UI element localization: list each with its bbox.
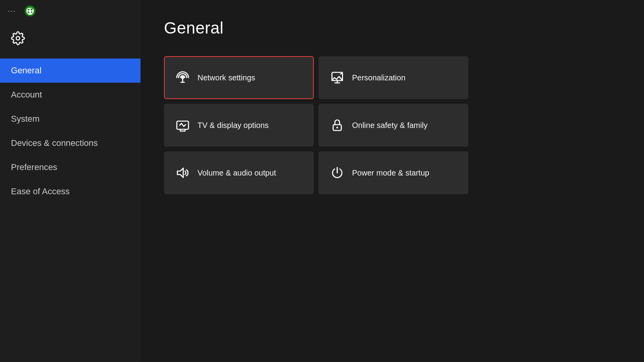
sidebar-item-account[interactable]: Account xyxy=(0,83,141,107)
sidebar: ··· General Account System D xyxy=(0,0,141,362)
lock-icon xyxy=(330,118,344,132)
network-settings-card[interactable]: Network settings xyxy=(164,56,314,99)
online-safety-label: Online safety & family xyxy=(352,121,427,130)
svg-point-2 xyxy=(16,37,20,40)
svg-line-15 xyxy=(184,125,186,127)
settings-gear-icon[interactable] xyxy=(9,30,27,47)
sidebar-item-devices[interactable]: Devices & connections xyxy=(0,131,141,155)
personalization-label: Personalization xyxy=(352,73,406,82)
svg-point-17 xyxy=(336,127,338,129)
sidebar-item-system[interactable]: System xyxy=(0,107,141,131)
tv-display-label: TV & display options xyxy=(197,121,269,130)
svg-marker-18 xyxy=(178,168,183,177)
network-icon xyxy=(176,71,190,85)
volume-icon xyxy=(176,166,190,180)
power-mode-label: Power mode & startup xyxy=(352,169,429,177)
main-content: General Network settings xyxy=(141,0,644,362)
xbox-logo xyxy=(24,5,36,17)
sidebar-nav: General Account System Devices & connect… xyxy=(0,59,141,204)
tv-icon xyxy=(176,118,190,132)
network-settings-label: Network settings xyxy=(197,73,255,82)
sidebar-item-ease[interactable]: Ease of Access xyxy=(0,179,141,204)
svg-point-1 xyxy=(28,9,32,12)
volume-audio-label: Volume & audio output xyxy=(197,169,276,177)
svg-line-14 xyxy=(181,124,184,127)
online-safety-card[interactable]: Online safety & family xyxy=(318,104,468,147)
power-icon xyxy=(330,166,344,180)
tv-display-card[interactable]: TV & display options xyxy=(164,104,314,147)
top-bar: ··· xyxy=(0,0,141,22)
sidebar-item-preferences[interactable]: Preferences xyxy=(0,155,141,179)
page-title: General xyxy=(164,19,621,37)
volume-audio-card[interactable]: Volume & audio output xyxy=(164,151,314,194)
settings-grid: Network settings Personalization xyxy=(164,56,468,194)
gear-section xyxy=(0,22,141,59)
menu-icon[interactable]: ··· xyxy=(8,7,16,15)
personalization-card[interactable]: Personalization xyxy=(318,56,468,99)
power-mode-card[interactable]: Power mode & startup xyxy=(318,151,468,194)
sidebar-item-general[interactable]: General xyxy=(0,59,141,83)
personalization-icon xyxy=(330,71,344,85)
